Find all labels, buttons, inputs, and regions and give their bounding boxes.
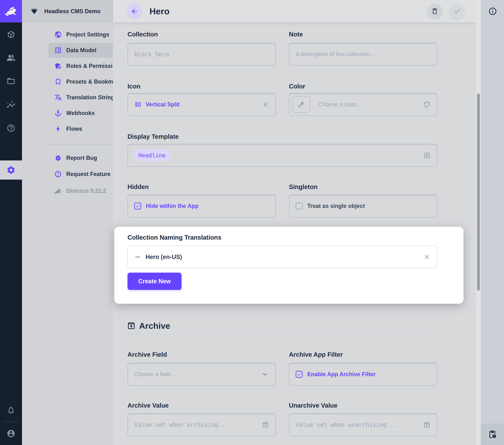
user-menu-button[interactable] bbox=[7, 429, 15, 438]
drag-handle-icon[interactable] bbox=[134, 253, 141, 260]
hidden-field[interactable]: Hide within the App bbox=[127, 194, 276, 218]
icon-field[interactable]: Vertical Split bbox=[127, 93, 276, 116]
account-circle-icon bbox=[7, 429, 15, 438]
checkbox-checked-icon[interactable] bbox=[134, 203, 141, 210]
check-icon bbox=[453, 7, 461, 15]
translate-icon bbox=[54, 94, 62, 101]
checkbox-checked-icon[interactable] bbox=[296, 371, 303, 378]
delete-collection-button[interactable] bbox=[427, 4, 442, 19]
info-icon bbox=[488, 7, 497, 16]
gear-icon bbox=[6, 165, 16, 175]
translations-card-title: Collection Naming Translations bbox=[127, 234, 221, 241]
content-module-button[interactable] bbox=[7, 30, 15, 39]
note-field[interactable]: A description of this collection... bbox=[289, 43, 437, 66]
sidebar-item-request-feature[interactable]: Request Feature bbox=[22, 167, 113, 181]
collection-field[interactable]: block_hero bbox=[127, 43, 276, 66]
archive-icon bbox=[127, 321, 139, 330]
module-bar bbox=[0, 0, 22, 445]
archive-divider bbox=[127, 334, 437, 335]
sidebar-version: Directus 9.21.2 bbox=[22, 184, 113, 198]
hidden-label: Hidden bbox=[127, 183, 149, 191]
chevron-down-icon bbox=[261, 370, 269, 378]
app-filter-checkbox-label: Enable App Archive Filter bbox=[307, 371, 376, 378]
singleton-checkbox-label: Treat as single object bbox=[307, 203, 365, 209]
notifications-button[interactable] bbox=[7, 406, 15, 414]
eyedropper-button[interactable] bbox=[292, 96, 310, 113]
color-label: Color bbox=[289, 83, 305, 90]
hidden-checkbox-label: Hide within the App bbox=[146, 203, 198, 209]
help-icon bbox=[7, 124, 15, 133]
archive-value-placeholder: Value set when archiving... bbox=[134, 422, 229, 428]
palette-icon[interactable] bbox=[423, 101, 431, 108]
archive-field-select[interactable]: Choose a field... bbox=[127, 363, 276, 386]
singleton-label: Singleton bbox=[289, 183, 318, 191]
add-box-icon[interactable] bbox=[423, 152, 431, 159]
remove-translation-icon[interactable] bbox=[423, 253, 431, 261]
module-bar-divider bbox=[4, 421, 18, 422]
help-module-button[interactable] bbox=[7, 124, 15, 133]
create-new-button[interactable]: Create New bbox=[127, 273, 181, 290]
unarchive-value-label: Unarchive Value bbox=[289, 402, 337, 409]
checkbox-unchecked-icon[interactable] bbox=[296, 203, 303, 210]
users-module-button[interactable] bbox=[7, 53, 15, 62]
bolt-icon bbox=[54, 125, 62, 133]
archive-value-field[interactable]: Value set when archiving... bbox=[127, 413, 276, 436]
trash-icon bbox=[431, 7, 438, 15]
sidebar-item-report-bug[interactable]: Report Bug bbox=[22, 151, 113, 165]
new-releases-icon bbox=[54, 170, 62, 178]
revisions-sidebar-button[interactable] bbox=[481, 424, 504, 445]
bookmark-icon bbox=[54, 78, 62, 85]
scrollbar-track[interactable] bbox=[476, 0, 481, 445]
eyedropper-icon bbox=[298, 101, 305, 108]
settings-module-button-active[interactable] bbox=[0, 160, 22, 180]
scrollbar-thumb[interactable] bbox=[477, 94, 480, 291]
singleton-field[interactable]: Treat as single object bbox=[289, 194, 437, 218]
folder-icon bbox=[7, 77, 15, 85]
back-button[interactable] bbox=[126, 3, 142, 19]
sidebar-item-flows[interactable]: Flows bbox=[22, 121, 113, 136]
color-field[interactable]: Choose a color... bbox=[289, 93, 437, 116]
color-placeholder: Choose a color... bbox=[319, 101, 361, 108]
note-placeholder: A description of this collection... bbox=[296, 51, 375, 58]
icon-label: Icon bbox=[127, 83, 140, 90]
anchor-icon bbox=[54, 109, 62, 117]
shield-person-icon bbox=[54, 62, 62, 70]
files-module-button[interactable] bbox=[7, 77, 15, 85]
vertical-split-icon bbox=[134, 101, 142, 108]
directus-logo-button[interactable] bbox=[0, 0, 22, 22]
info-sidebar-button[interactable] bbox=[488, 7, 497, 16]
bug-icon bbox=[54, 154, 62, 162]
list-alt-icon bbox=[54, 46, 62, 54]
archive-app-filter-field[interactable]: Enable App Archive Filter bbox=[289, 363, 437, 386]
sidebar-item-webhooks[interactable]: Webhooks bbox=[22, 106, 113, 120]
sidebar-item-presets-bookmarks[interactable]: Presets & Bookmarks bbox=[22, 74, 113, 89]
display-template-field[interactable]: Headline bbox=[127, 144, 437, 167]
save-button[interactable] bbox=[450, 4, 465, 19]
sidebar-item-project-settings[interactable]: Project Settings bbox=[22, 27, 113, 42]
sidebar-item-translation-strings[interactable]: Translation Strings bbox=[22, 90, 113, 105]
archive-section-heading: Archive bbox=[127, 321, 170, 331]
sidebar-item-roles-permissions[interactable]: Roles & Permissions bbox=[22, 58, 113, 73]
arrow-left-icon bbox=[130, 7, 138, 15]
unarchive-value-field[interactable]: Value set when unarchiving... bbox=[289, 413, 437, 436]
project-name: Headless CMS Demo bbox=[44, 8, 101, 15]
collection-label: Collection bbox=[127, 31, 158, 38]
insights-module-button[interactable] bbox=[7, 100, 15, 109]
translation-row[interactable]: Hero (en-US) bbox=[127, 246, 437, 268]
translation-row-label: Hero (en-US) bbox=[145, 254, 182, 260]
clear-icon-button[interactable] bbox=[262, 101, 269, 108]
template-field-chip[interactable]: Headline bbox=[134, 150, 170, 161]
page-title: Hero bbox=[149, 0, 170, 22]
archive-arrow-icon bbox=[262, 421, 269, 428]
archive-field-placeholder: Choose a field... bbox=[134, 371, 175, 378]
display-template-label: Display Template bbox=[127, 133, 179, 140]
settings-sidebar: Headless CMS Demo Project Settings Data … bbox=[22, 0, 113, 445]
insights-icon bbox=[7, 100, 15, 109]
archive-app-filter-label: Archive App Filter bbox=[289, 351, 343, 358]
globe-icon bbox=[54, 31, 62, 38]
project-header[interactable]: Headless CMS Demo bbox=[22, 0, 113, 22]
box-icon bbox=[7, 30, 15, 39]
collection-naming-translations-card: Collection Naming Translations Hero (en-… bbox=[114, 227, 464, 304]
rabbit-small-icon bbox=[53, 188, 62, 194]
note-label: Note bbox=[289, 31, 303, 38]
